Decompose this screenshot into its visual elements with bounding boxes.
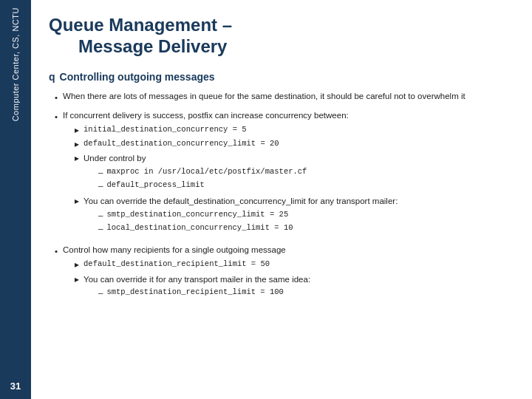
sub-item-3-0-0: – smtp_destination_recipient_limit = 100: [98, 287, 310, 299]
bullet-text-2: If concurrent delivery is success, postf…: [63, 111, 349, 120]
sub-arrow-label-3-0: You can override it for any transport ma…: [83, 275, 310, 284]
sub-arrow-item-3-0: ▸ You can override it for any transport …: [75, 273, 511, 301]
dash-icon-2-1-1: –: [98, 222, 103, 235]
sub-list-2-1: – smtp_destination_concurrency_limit = 2…: [83, 209, 398, 234]
dash-icon-3-0-0: –: [98, 287, 103, 299]
sub-arrow-icon-2-1: ▸: [75, 195, 79, 208]
sub-item-text-2-1-1: local_destination_concurrency_limit = 10: [106, 222, 293, 233]
sub-arrow-label-2-0: Under control by: [83, 154, 146, 163]
arrow-icon-2-1: ▸: [75, 138, 79, 151]
slide-title: Queue Management – Message Delivery: [49, 15, 511, 58]
arrow-icon-2-0: ▸: [75, 124, 79, 137]
bullet-dot-1: •: [55, 92, 58, 104]
sub-list-2-0: – maxproc in /usr/local/etc/postfix/mast…: [83, 166, 307, 191]
arrow-list-3: ▸ default_destination_recipient_limit = …: [63, 259, 511, 271]
sub-item-2-0-1: – default_process_limit: [98, 180, 307, 192]
sub-arrow-label-2-1: You can override the default_destination…: [83, 197, 398, 205]
dash-icon-2-0-1: –: [98, 180, 103, 192]
sub-arrow-content-2-0: Under control by – maxproc in /usr/local…: [83, 152, 307, 193]
content-body: • When there are lots of messages in que…: [49, 90, 511, 307]
slide-title-line1: Queue Management –: [49, 15, 232, 35]
sidebar-org-text: Computer Center, CS, NCTU: [10, 7, 21, 121]
arrow-icon-3-0: ▸: [75, 259, 79, 271]
arrow-item-2-0: ▸ initial_destination_concurrency = 5: [75, 124, 511, 137]
sub-arrow-item-2-0: ▸ Under control by – maxproc in /usr/loc…: [75, 152, 511, 193]
sub-item-text-2-0-1: default_process_limit: [106, 180, 204, 191]
sub-item-2-0-0: – maxproc in /usr/local/etc/postfix/mast…: [98, 166, 307, 179]
bullet-1: • When there are lots of messages in que…: [49, 90, 511, 104]
sub-arrow-icon-3-0: ▸: [75, 273, 79, 286]
arrow-list-2: ▸ initial_destination_concurrency = 5 ▸ …: [63, 124, 511, 150]
sub-arrow-list-2-1: ▸ You can override the default_destinati…: [63, 195, 511, 236]
arrow-text-2-1: default_destination_concurrency_limit = …: [83, 138, 279, 149]
bullet-dot-2: •: [55, 111, 58, 123]
sub-arrow-content-3-0: You can override it for any transport ma…: [83, 273, 310, 301]
arrow-text-3-0: default_destination_recipient_limit = 50: [83, 259, 270, 270]
sub-item-2-1-0: – smtp_destination_concurrency_limit = 2…: [98, 209, 398, 222]
slide-title-line2: Message Delivery: [49, 36, 511, 58]
bullet-3: • Control how many recipients for a sing…: [49, 244, 511, 303]
bullet-text-3-container: Control how many recipients for a single…: [63, 244, 511, 303]
bullet-2: • If concurrent delivery is success, pos…: [49, 109, 511, 238]
sub-arrow-list-2-0: ▸ Under control by – maxproc in /usr/loc…: [63, 152, 511, 193]
sidebar: Computer Center, CS, NCTU 31: [0, 0, 31, 399]
section-header: q Controlling outgoing messages: [49, 71, 511, 83]
main-content: Queue Management – Message Delivery q Co…: [31, 0, 532, 399]
sidebar-page-number: 31: [10, 381, 21, 392]
bullet-text-1: When there are lots of messages in queue…: [63, 90, 511, 103]
dash-icon-2-1-0: –: [98, 209, 103, 222]
sub-item-text-3-0-0: smtp_destination_recipient_limit = 100: [106, 287, 283, 298]
sub-list-3-0: – smtp_destination_recipient_limit = 100: [83, 287, 310, 299]
arrow-item-3-0: ▸ default_destination_recipient_limit = …: [75, 259, 511, 271]
sub-arrow-icon-2-0: ▸: [75, 152, 79, 165]
sub-item-text-2-1-0: smtp_destination_concurrency_limit = 25: [106, 209, 288, 220]
arrow-text-2-0: initial_destination_concurrency = 5: [83, 124, 247, 135]
sub-arrow-content-2-1: You can override the default_destination…: [83, 195, 398, 236]
sub-arrow-list-3-0: ▸ You can override it for any transport …: [63, 273, 511, 301]
bullet-dot-3: •: [55, 245, 58, 258]
sub-arrow-item-2-1: ▸ You can override the default_destinati…: [75, 195, 511, 236]
sub-item-text-2-0-0: maxproc in /usr/local/etc/postfix/master…: [106, 166, 307, 177]
section-marker: q: [49, 71, 55, 83]
dash-icon-2-0-0: –: [98, 166, 103, 179]
bullet-text-3: Control how many recipients for a single…: [63, 245, 286, 254]
sub-item-2-1-1: – local_destination_concurrency_limit = …: [98, 222, 398, 235]
section-title: Controlling outgoing messages: [60, 71, 215, 83]
bullet-text-2-container: If concurrent delivery is success, postf…: [63, 109, 511, 238]
arrow-item-2-1: ▸ default_destination_concurrency_limit …: [75, 138, 511, 151]
